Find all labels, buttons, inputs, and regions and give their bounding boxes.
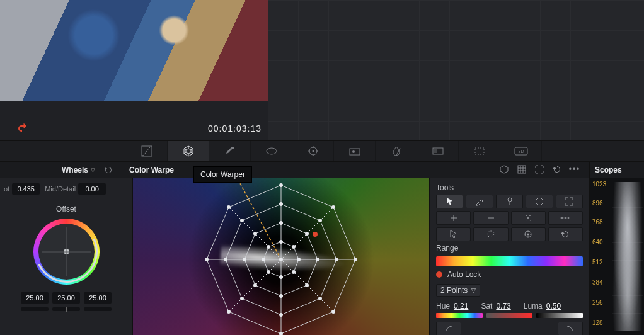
- svg-point-58: [253, 232, 257, 236]
- scopes-title[interactable]: Scopes: [589, 162, 644, 178]
- chroma-luma-view-icon[interactable]: [516, 164, 527, 175]
- window-palette-icon[interactable]: [251, 141, 292, 161]
- select-all-icon[interactable]: [436, 227, 471, 241]
- tools-section-title: Tools: [436, 183, 583, 192]
- loop-icon[interactable]: [16, 123, 29, 133]
- svg-point-38: [331, 310, 335, 314]
- svg-point-74: [527, 234, 529, 236]
- points-dropdown[interactable]: 2 Points ▽: [436, 284, 480, 297]
- sat-slider[interactable]: [486, 313, 533, 318]
- viewer-thumbnail[interactable]: [0, 0, 268, 101]
- offset-b-value[interactable]: 25.00: [84, 292, 112, 304]
- timecode-display[interactable]: 00:01:03:13: [208, 123, 262, 133]
- svg-point-61: [297, 258, 301, 261]
- feather-left-icon[interactable]: [436, 322, 461, 335]
- radial-select-icon[interactable]: [511, 227, 546, 241]
- svg-point-37: [354, 258, 357, 261]
- hue-sat-view-icon[interactable]: [498, 164, 510, 175]
- hue-value[interactable]: 0.21: [454, 302, 468, 310]
- draw-tool-icon[interactable]: [466, 195, 493, 208]
- svg-point-57: [243, 258, 246, 261]
- twist-tool-icon[interactable]: [511, 211, 546, 225]
- svg-marker-2: [186, 149, 191, 154]
- range-section-title: Range: [436, 244, 583, 253]
- reset-wheels-icon[interactable]: [104, 166, 113, 174]
- mid-detail-field[interactable]: Mid/Detail 0.00: [45, 183, 106, 195]
- curves-palette-icon[interactable]: [126, 141, 168, 161]
- offset-g-value[interactable]: 25.00: [52, 292, 80, 304]
- svg-point-46: [318, 297, 322, 300]
- svg-point-45: [335, 258, 338, 261]
- lasso-select-icon[interactable]: [473, 227, 508, 241]
- svg-point-64: [267, 270, 270, 274]
- offset-r-value[interactable]: 25.00: [21, 292, 49, 304]
- expand-selection-icon[interactable]: [556, 195, 583, 208]
- color-warper-viewport[interactable]: [133, 178, 429, 335]
- eyedropper-palette-icon[interactable]: [209, 141, 251, 161]
- svg-point-48: [240, 297, 244, 300]
- node-graph-area[interactable]: [268, 0, 644, 140]
- sat-value[interactable]: 0.73: [496, 302, 510, 310]
- transport-bar: 00:01:03:13: [0, 101, 268, 140]
- key-palette-icon[interactable]: [417, 141, 459, 161]
- wheels-dropdown[interactable]: Wheels: [62, 166, 88, 174]
- select-tool-icon[interactable]: [436, 195, 463, 208]
- svg-point-36: [331, 205, 335, 209]
- offset-r-slider[interactable]: [21, 307, 49, 311]
- chevron-down-icon: ▽: [471, 287, 476, 293]
- reset-selection-icon[interactable]: [548, 227, 583, 241]
- add-point-icon[interactable]: [436, 211, 471, 225]
- luma-label: Luma: [524, 302, 543, 310]
- svg-point-66: [267, 245, 270, 249]
- feather-right-icon[interactable]: [558, 322, 583, 335]
- svg-point-47: [279, 313, 283, 317]
- smooth-more-icon[interactable]: [548, 211, 583, 225]
- svg-point-43: [279, 202, 283, 206]
- expand-icon[interactable]: [534, 164, 545, 175]
- chevron-down-icon[interactable]: ▽: [91, 167, 95, 173]
- luma-slider[interactable]: [536, 313, 583, 318]
- svg-point-72: [488, 231, 494, 236]
- stereo-3d-palette-icon[interactable]: 3D: [500, 141, 542, 161]
- svg-point-40: [227, 310, 231, 314]
- svg-point-55: [279, 294, 283, 298]
- svg-point-52: [305, 232, 309, 236]
- offset-color-wheel[interactable]: [33, 219, 100, 285]
- scope-y-axis: 1023 896 768 640 512 384 256 128: [592, 181, 611, 332]
- svg-point-63: [279, 275, 283, 279]
- magic-mask-palette-icon[interactable]: [334, 141, 376, 161]
- tracker-palette-icon[interactable]: [292, 141, 334, 161]
- auto-lock-toggle[interactable]: Auto Lock: [436, 270, 583, 279]
- reset-warper-icon[interactable]: [551, 164, 563, 175]
- contract-selection-icon[interactable]: [526, 195, 553, 208]
- offset-g-slider[interactable]: [52, 307, 80, 311]
- hue-label: Hue: [436, 302, 450, 310]
- offset-b-slider[interactable]: [84, 307, 112, 311]
- pivot-field[interactable]: ot 0.435: [4, 183, 40, 195]
- svg-marker-19: [500, 166, 508, 173]
- svg-point-60: [292, 245, 296, 249]
- svg-point-51: [279, 221, 283, 225]
- svg-rect-20: [518, 166, 526, 173]
- blur-palette-icon[interactable]: [376, 141, 417, 161]
- svg-point-44: [318, 219, 322, 222]
- sizing-palette-icon[interactable]: [459, 141, 500, 161]
- svg-point-9: [267, 148, 277, 154]
- sat-label: Sat: [481, 302, 492, 310]
- range-spectrum[interactable]: [436, 256, 583, 266]
- pin-tool-icon[interactable]: [496, 195, 523, 208]
- color-warper-title: Color Warpe: [129, 166, 174, 174]
- svg-point-49: [224, 258, 227, 261]
- selected-warper-point[interactable]: [313, 232, 318, 237]
- tooltip: Color Warper: [193, 166, 252, 183]
- luma-value[interactable]: 0.50: [546, 302, 561, 310]
- options-icon[interactable]: •••: [569, 164, 580, 175]
- hue-slider[interactable]: [436, 313, 483, 318]
- scopes-panel[interactable]: 1023 896 768 640 512 384 256 128: [589, 178, 644, 335]
- warper-mesh[interactable]: [174, 178, 388, 335]
- svg-point-62: [292, 270, 296, 274]
- waveform-scope[interactable]: [612, 182, 643, 331]
- remove-point-icon[interactable]: [473, 211, 508, 225]
- color-warper-palette-icon[interactable]: [168, 141, 209, 161]
- wheels-panel: ot 0.435 Mid/Detail 0.00 Offset 25.00 25…: [0, 178, 133, 335]
